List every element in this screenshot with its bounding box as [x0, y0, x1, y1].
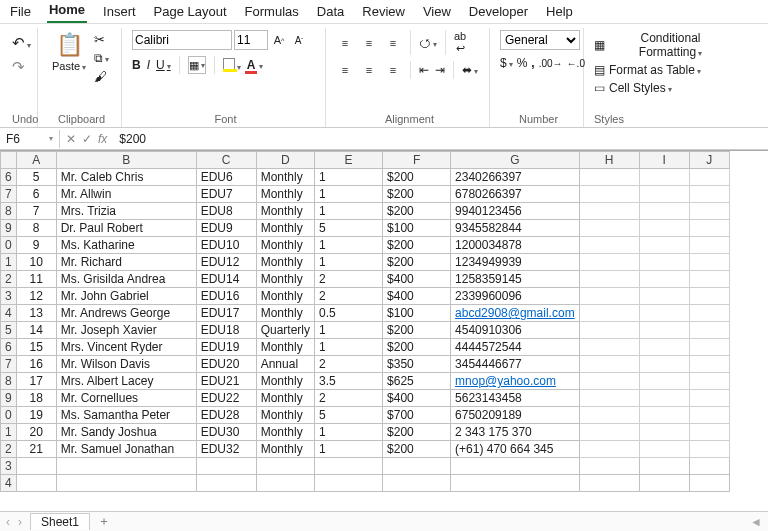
cell[interactable]: [579, 390, 639, 407]
cell[interactable]: [639, 186, 689, 203]
col-header-J[interactable]: J: [689, 152, 729, 169]
cell[interactable]: Monthly: [256, 271, 314, 288]
cell[interactable]: $200: [383, 169, 451, 186]
format-as-table-button[interactable]: ▤Format as Table: [594, 62, 701, 78]
formula-input[interactable]: $200: [113, 130, 768, 148]
cell[interactable]: 9: [16, 237, 56, 254]
cell[interactable]: [639, 424, 689, 441]
cell[interactable]: [639, 322, 689, 339]
cell[interactable]: [579, 288, 639, 305]
cell[interactable]: [639, 373, 689, 390]
copy-button[interactable]: ⧉: [94, 51, 109, 65]
cell[interactable]: $200: [383, 186, 451, 203]
cell[interactable]: EDU10: [196, 237, 256, 254]
cell[interactable]: EDU20: [196, 356, 256, 373]
col-header-B[interactable]: B: [56, 152, 196, 169]
cell[interactable]: 2: [315, 390, 383, 407]
cell[interactable]: $200: [383, 322, 451, 339]
cell[interactable]: 4540910306: [451, 322, 580, 339]
tab-page-layout[interactable]: Page Layout: [152, 2, 229, 23]
decrease-font-button[interactable]: Aˇ: [290, 31, 308, 49]
cell[interactable]: 1: [315, 186, 383, 203]
cancel-formula-button[interactable]: ✕: [66, 132, 76, 146]
cell[interactable]: $200: [383, 237, 451, 254]
cell[interactable]: $200: [383, 424, 451, 441]
cell[interactable]: Monthly: [256, 339, 314, 356]
cell[interactable]: 17: [16, 373, 56, 390]
undo-button[interactable]: ↶: [12, 34, 31, 52]
align-bottom-button[interactable]: ≡: [384, 34, 402, 52]
cell[interactable]: [689, 169, 729, 186]
row-header[interactable]: 7: [1, 356, 17, 373]
increase-indent-button[interactable]: ⇥: [435, 63, 445, 77]
cut-button[interactable]: ✂: [94, 32, 105, 47]
cell[interactable]: EDU7: [196, 186, 256, 203]
row-header[interactable]: 2: [1, 441, 17, 458]
cell[interactable]: 1200034878: [451, 237, 580, 254]
cell[interactable]: [579, 169, 639, 186]
cell[interactable]: Monthly: [256, 390, 314, 407]
format-painter-button[interactable]: 🖌: [94, 69, 107, 84]
new-sheet-button[interactable]: ＋: [98, 513, 110, 530]
cell[interactable]: 4444572544: [451, 339, 580, 356]
cell[interactable]: [579, 424, 639, 441]
cell[interactable]: [579, 373, 639, 390]
col-header-D[interactable]: D: [256, 152, 314, 169]
cell[interactable]: [689, 254, 729, 271]
cell[interactable]: [689, 424, 729, 441]
cell-styles-button[interactable]: ▭Cell Styles: [594, 80, 672, 96]
cell[interactable]: Annual: [256, 356, 314, 373]
row-header[interactable]: 1: [1, 254, 17, 271]
cell[interactable]: EDU18: [196, 322, 256, 339]
sheet-tab[interactable]: Sheet1: [30, 513, 90, 530]
cell[interactable]: 19: [16, 407, 56, 424]
cell[interactable]: [579, 441, 639, 458]
cell[interactable]: $200: [383, 441, 451, 458]
scroll-left-button[interactable]: ◄: [750, 515, 762, 529]
cell[interactable]: [315, 475, 383, 492]
cell[interactable]: Mr. Richard: [56, 254, 196, 271]
tab-view[interactable]: View: [421, 2, 453, 23]
tab-insert[interactable]: Insert: [101, 2, 138, 23]
cell[interactable]: Monthly: [256, 424, 314, 441]
row-header[interactable]: 8: [1, 373, 17, 390]
align-top-button[interactable]: ≡: [336, 34, 354, 52]
cell[interactable]: [689, 288, 729, 305]
borders-button[interactable]: ▦: [188, 56, 206, 74]
cell[interactable]: 5: [315, 220, 383, 237]
font-name-combo[interactable]: [132, 30, 232, 50]
cell[interactable]: [689, 356, 729, 373]
sheet-next-button[interactable]: ›: [18, 515, 22, 529]
cell[interactable]: 2 343 175 370: [451, 424, 580, 441]
cell[interactable]: $625: [383, 373, 451, 390]
cell[interactable]: EDU12: [196, 254, 256, 271]
row-header[interactable]: 0: [1, 407, 17, 424]
cell[interactable]: Monthly: [256, 169, 314, 186]
cell[interactable]: Ms. Katharine: [56, 237, 196, 254]
cell[interactable]: 5: [315, 407, 383, 424]
cell[interactable]: [689, 373, 729, 390]
cell[interactable]: 6780266397: [451, 186, 580, 203]
cell[interactable]: [196, 458, 256, 475]
cell[interactable]: Mrs. Trizia: [56, 203, 196, 220]
paste-button[interactable]: 📋 Paste: [48, 30, 90, 74]
cell[interactable]: EDU28: [196, 407, 256, 424]
font-size-combo[interactable]: [234, 30, 268, 50]
wrap-text-button[interactable]: ab↩: [454, 30, 466, 55]
col-header-G[interactable]: G: [451, 152, 580, 169]
cell[interactable]: Mr. Caleb Chris: [56, 169, 196, 186]
cell[interactable]: EDU6: [196, 169, 256, 186]
cell[interactable]: Monthly: [256, 288, 314, 305]
row-header[interactable]: 0: [1, 237, 17, 254]
col-header-C[interactable]: C: [196, 152, 256, 169]
merge-center-button[interactable]: ⬌: [462, 63, 478, 77]
cell[interactable]: [383, 458, 451, 475]
col-header-I[interactable]: I: [639, 152, 689, 169]
cell[interactable]: 2339960096: [451, 288, 580, 305]
cell[interactable]: EDU19: [196, 339, 256, 356]
cell[interactable]: [689, 186, 729, 203]
cell[interactable]: Quarterly: [256, 322, 314, 339]
align-center-button[interactable]: ≡: [360, 61, 378, 79]
cell[interactable]: [639, 220, 689, 237]
cell[interactable]: [196, 475, 256, 492]
